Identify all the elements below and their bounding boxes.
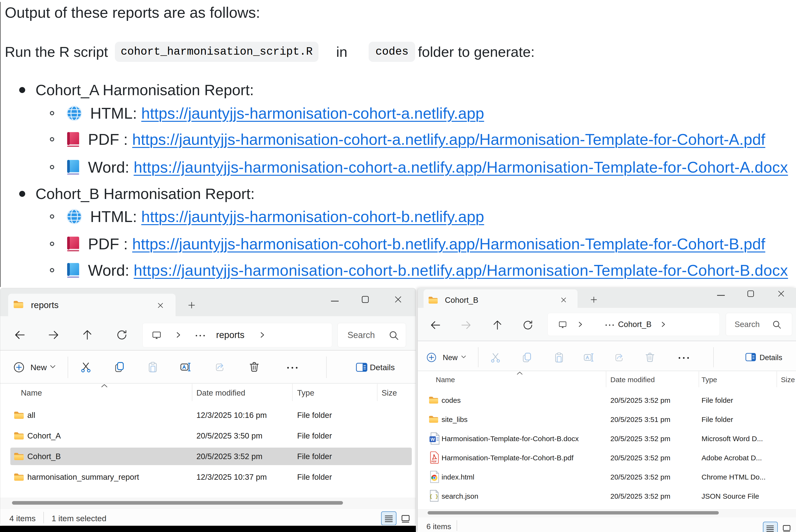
svg-text:PDF: PDF (432, 460, 437, 463)
svg-text:{ }: { } (430, 494, 438, 499)
svg-text:W: W (431, 437, 435, 442)
